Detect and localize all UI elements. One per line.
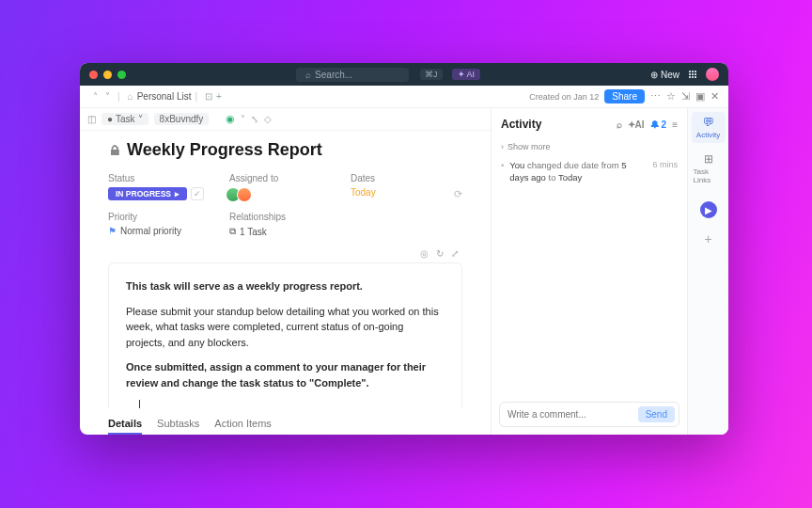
- priority-value[interactable]: ⚑Normal priority: [108, 226, 220, 236]
- lock-icon: 🔒︎: [108, 143, 121, 158]
- description-card[interactable]: This task will serve as a weekly progres…: [108, 262, 462, 408]
- status-ok-icon[interactable]: ◉: [226, 113, 235, 125]
- global-search[interactable]: ⌕ Search...: [296, 68, 409, 82]
- app-window: ⌕ Search... ⌘J ✦AI ⊕ New ˄ ˅ | ⌂ Persona…: [80, 63, 728, 435]
- task-tabs: Details Subtasks Action Items: [80, 408, 491, 435]
- tab-details[interactable]: Details: [108, 418, 142, 435]
- status-label: Status: [108, 173, 220, 183]
- main-panel: ◫ ● Task ˅ 8xBuvndfy ◉ ˅ ⤣ ◇ 🔒︎ Weekly P…: [80, 108, 492, 435]
- avatar[interactable]: [237, 187, 252, 202]
- text-cursor: [126, 400, 445, 408]
- window-zoom-dot[interactable]: [117, 71, 126, 79]
- status-caret-icon[interactable]: ˅: [241, 114, 245, 124]
- desc-p3: Once submitted, assign a comment to your…: [126, 361, 426, 389]
- rail-activity-button[interactable]: 💬︎ Activity: [692, 112, 726, 143]
- comment-input[interactable]: [508, 409, 632, 420]
- sidebar-toggle-icon[interactable]: ◫: [87, 114, 96, 124]
- tab-subtasks[interactable]: Subtasks: [157, 418, 199, 435]
- activity-ai-icon[interactable]: ✦AI: [628, 119, 645, 130]
- flag-icon: ⚑: [108, 226, 117, 236]
- page-title[interactable]: Weekly Progress Report: [127, 140, 322, 160]
- visibility-icon[interactable]: ◎: [420, 248, 429, 259]
- archive-icon[interactable]: ⇲: [681, 90, 690, 103]
- window-minimize-dot[interactable]: [103, 71, 112, 79]
- right-rail: 💬︎ Activity ⊞ Task Links ▶ +: [687, 108, 728, 435]
- task-id-chip[interactable]: 8xBuvndfy: [154, 113, 210, 125]
- new-button[interactable]: ⊕ New: [650, 70, 679, 80]
- search-shortcut: ⌘J: [420, 69, 443, 80]
- relation-icon: ⧉: [229, 226, 236, 237]
- tag-icon[interactable]: ◇: [264, 114, 272, 124]
- notification-badge[interactable]: 🔔︎2: [650, 119, 667, 130]
- assigned-label: Assigned to: [229, 173, 341, 183]
- rail-task-links-button[interactable]: ⊞ Task Links: [692, 149, 726, 188]
- collapse-panel-icon[interactable]: ▣: [695, 90, 705, 103]
- tab-action-items[interactable]: Action Items: [214, 418, 272, 435]
- rail-add-button[interactable]: +: [704, 231, 711, 246]
- due-date[interactable]: Today: [351, 187, 376, 198]
- desc-p2: Please submit your standup below detaili…: [126, 304, 445, 351]
- activity-time: 6 mins: [652, 159, 678, 184]
- search-icon: ⌕: [305, 70, 311, 80]
- close-icon[interactable]: ✕: [710, 90, 719, 103]
- show-more-link[interactable]: ›Show more: [501, 140, 678, 157]
- activity-item: • You changed due date from 5 days ago t…: [501, 157, 678, 186]
- dates-label: Dates: [351, 173, 462, 183]
- chat-icon: 💬︎: [703, 116, 714, 129]
- relationships-label: Relationships: [229, 212, 341, 222]
- activity-filter-icon[interactable]: ≡: [672, 119, 678, 130]
- search-placeholder: Search...: [315, 70, 352, 80]
- link-icon[interactable]: ⤣: [251, 114, 258, 124]
- activity-search-icon[interactable]: ⌕: [617, 119, 622, 130]
- chevron-right-icon: ›: [501, 142, 504, 151]
- task-toolbar: ◫ ● Task ˅ 8xBuvndfy ◉ ˅ ⤣ ◇: [80, 108, 491, 131]
- breadcrumb-list[interactable]: Personal List: [137, 91, 192, 102]
- task-type-chip[interactable]: ● Task ˅: [102, 113, 148, 125]
- apps-grid-icon[interactable]: [689, 71, 696, 78]
- send-button[interactable]: Send: [638, 406, 675, 422]
- status-pill[interactable]: IN PROGRESS▸: [108, 187, 187, 200]
- breadcrumb-plus-icon[interactable]: +: [216, 91, 222, 102]
- favorite-icon[interactable]: ☆: [666, 90, 676, 103]
- breadcrumb-add-icon[interactable]: ⊡: [205, 91, 212, 102]
- share-button[interactable]: Share: [604, 89, 645, 103]
- breadcrumb-bar: ˄ ˅ | ⌂ Personal List | ⊡ + Created on J…: [80, 86, 728, 108]
- titlebar: ⌕ Search... ⌘J ✦AI ⊕ New: [80, 63, 728, 86]
- history-icon[interactable]: ↻: [436, 248, 444, 259]
- desc-p1: This task will serve as a weekly progres…: [126, 280, 363, 292]
- collapse-up-icon[interactable]: ˄: [89, 91, 102, 102]
- expand-icon[interactable]: ⤢: [451, 248, 459, 259]
- activity-panel: Activity ⌕ ✦AI 🔔︎2 ≡ ›Show more • You ch…: [492, 108, 687, 435]
- sync-icon[interactable]: ⟳: [454, 188, 462, 200]
- relationships-value[interactable]: ⧉1 Task: [229, 226, 341, 237]
- home-icon[interactable]: ⌂: [128, 91, 133, 102]
- plus-square-icon: ⊞: [704, 152, 713, 166]
- ai-pill[interactable]: ✦AI: [452, 69, 481, 80]
- comment-composer[interactable]: Send: [499, 402, 679, 427]
- created-date: Created on Jan 12: [529, 92, 599, 102]
- window-close-dot[interactable]: [89, 71, 98, 79]
- status-next-button[interactable]: ✓: [191, 187, 204, 200]
- collapse-down-icon[interactable]: ˅: [102, 91, 114, 102]
- assignee-avatars[interactable]: [229, 187, 341, 202]
- rail-app-icon[interactable]: ▶: [700, 201, 717, 218]
- priority-label: Priority: [108, 212, 220, 222]
- user-avatar[interactable]: [706, 68, 719, 81]
- activity-heading: Activity: [501, 118, 541, 131]
- more-menu-icon[interactable]: ⋯: [650, 90, 661, 103]
